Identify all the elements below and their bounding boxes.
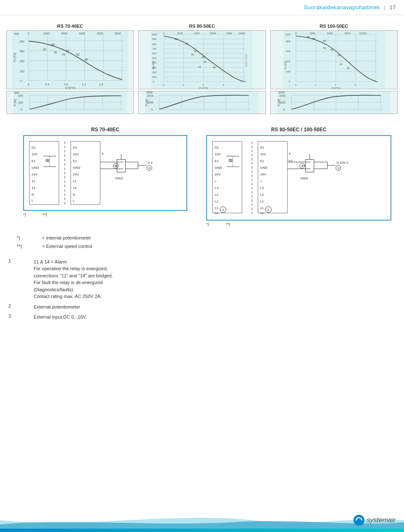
chart1-svg: 0 100 200 300 400 500 0 0.4 0.8 1.2 1.6 … [7, 31, 133, 89]
wiring-right-title: RS 80-50EC / 100-50EC [271, 127, 326, 133]
svg-text:12000: 12000 [359, 32, 367, 35]
svg-text:500: 500 [14, 32, 19, 35]
svg-text:91: 91 [194, 50, 197, 52]
svg-text:L1: L1 [260, 200, 264, 203]
svg-text:L3: L3 [260, 186, 264, 190]
chart2-top: 0 100 200 300 400 500 600 700 800 900 10… [138, 30, 266, 89]
svg-text:24V: 24V [215, 173, 221, 176]
svg-text:Ps [Pa]: Ps [Pa] [13, 53, 16, 62]
svg-text:1.2: 1.2 [82, 83, 86, 86]
terminal-block-r-left: D1 10V E1 GND 24V ⏚ L3 L2 L1 11 14 ≋ [210, 139, 248, 216]
svg-text:85: 85 [338, 54, 340, 56]
chart3-title: RS 100-50EC [270, 24, 398, 29]
svg-text:600: 600 [14, 91, 19, 94]
svg-text:500: 500 [152, 57, 157, 59]
svg-text:L1: L1 [215, 200, 218, 203]
svg-text:600: 600 [152, 52, 157, 55]
svg-text:800: 800 [152, 43, 157, 45]
svg-text:Ps [Pa]: Ps [Pa] [152, 61, 154, 69]
svg-text:69: 69 [85, 58, 88, 61]
svg-text:N: N [73, 193, 75, 197]
footer-logo: systemair [353, 514, 396, 526]
svg-text:GND: GND [32, 166, 39, 170]
terminal-block-left: D1 10V E1 GND 24V 11 14 N L ≋ [27, 139, 61, 207]
chart1-title: RS 70-40EC [6, 24, 134, 29]
svg-text:10kΩ: 10kΩ [115, 176, 123, 180]
svg-rect-243 [306, 160, 314, 172]
svg-text:11: 11 [260, 206, 264, 210]
svg-text:L2: L2 [260, 193, 264, 197]
chart2-bottom: 0 1000 2000 3000 P [W] [138, 91, 266, 114]
terminal-r-right-svg: D1 10V E1 GND 24V ⏚ L3 L2 L1 11 14 + [256, 139, 348, 215]
svg-text:64: 64 [51, 43, 55, 46]
svg-text:E1: E1 [73, 159, 77, 163]
svg-text:L: L [73, 199, 75, 202]
svg-text:83: 83 [204, 61, 207, 63]
legend-key-2: **) [17, 243, 42, 250]
svg-text:②: ② [301, 165, 303, 168]
svg-text:10V: 10V [215, 152, 221, 156]
wiring-left-title: RS 70-40EC [91, 127, 119, 133]
svg-text:92: 92 [330, 48, 333, 51]
svg-rect-155 [277, 91, 391, 114]
svg-text:300: 300 [19, 50, 24, 53]
wiring-star-notes: *) **) [23, 213, 187, 217]
svg-text:100: 100 [19, 70, 24, 73]
svg-text:0: 0 [152, 108, 153, 111]
svg-text:10kΩ: 10kΩ [300, 176, 308, 180]
svg-rect-118 [283, 31, 385, 89]
svg-text:400: 400 [286, 60, 290, 63]
terminal-block-r-right: D1 10V E1 GND 24V ⏚ L3 L2 L1 11 14 + [256, 139, 348, 216]
svg-text:6000: 6000 [327, 32, 333, 35]
svg-text:3000: 3000 [79, 32, 85, 35]
svg-text:1000: 1000 [147, 101, 154, 104]
chart1-bottom: 0 200 400 600 800 P [W] [6, 91, 134, 114]
chart-rs80-50ec: RS 80-50EC [138, 24, 266, 114]
svg-text:⏚: ⏚ [215, 179, 217, 183]
svg-text:D1: D1 [215, 146, 219, 149]
svg-text:3000: 3000 [310, 32, 316, 35]
svg-text:400: 400 [19, 40, 24, 43]
svg-text:400: 400 [18, 94, 23, 97]
svg-text:GND: GND [73, 166, 80, 170]
svg-text:N: N [32, 193, 34, 197]
svg-text:200: 200 [19, 60, 24, 63]
svg-text:Q [m³/s]: Q [m³/s] [331, 87, 340, 89]
svg-text:GND: GND [215, 166, 222, 170]
svg-text:②: ② [114, 165, 117, 168]
svg-text:1.6: 1.6 [99, 83, 104, 86]
legend-value-2: = External speed control [42, 243, 92, 250]
svg-text:14: 14 [32, 186, 35, 190]
numbered-item-2: 2 External potentiometer [8, 303, 396, 311]
terminal-r-left-svg: D1 10V E1 GND 24V ⏚ L3 L2 L1 11 14 ≋ [210, 139, 248, 215]
chart1-top: 0 100 200 300 400 500 0 0.4 0.8 1.2 1.6 … [6, 30, 134, 89]
svg-text:79: 79 [191, 53, 194, 56]
svg-text:85: 85 [202, 56, 205, 59]
svg-text:9000: 9000 [344, 32, 350, 35]
svg-text:P [W]: P [W] [145, 99, 149, 106]
text-3: External input DC 0...10V. [34, 314, 87, 321]
svg-text:0: 0 [21, 108, 22, 111]
star-note-left: *) [23, 213, 26, 217]
chart3-top: 0 200 400 600 800 1000 0 1 2 3 0 3000 60… [270, 30, 398, 89]
svg-text:10V: 10V [73, 152, 79, 156]
terminal-left-svg: D1 10V E1 GND 24V 11 14 N L ≋ [27, 139, 61, 207]
svg-text:≋: ≋ [228, 157, 233, 164]
svg-text:13990-42066: 13990-42066 [245, 54, 248, 67]
svg-text:2000: 2000 [177, 32, 183, 35]
svg-text:E1: E1 [32, 159, 36, 163]
double-star-note-left: **) [43, 213, 47, 217]
header-title: Suorakaidekanavapuhaltimet [304, 4, 380, 11]
svg-text:①: ① [267, 208, 270, 211]
svg-text:11: 11 [32, 179, 35, 183]
svg-text:5000: 5000 [114, 32, 121, 35]
chart3-bottom: 0 1000 2000 3000 P [W] [270, 91, 398, 114]
svg-text:0-10V DC: 0-10V DC [337, 161, 348, 165]
svg-text:200: 200 [18, 101, 23, 104]
svg-text:L2: L2 [215, 193, 218, 197]
divider-right [252, 141, 252, 214]
numbered-item-3: 3 External input DC 0...10V. [8, 314, 396, 321]
svg-text:E1: E1 [260, 159, 264, 163]
svg-text:0-10V DC: 0-10V DC [148, 161, 153, 165]
svg-text:0: 0 [283, 108, 285, 111]
